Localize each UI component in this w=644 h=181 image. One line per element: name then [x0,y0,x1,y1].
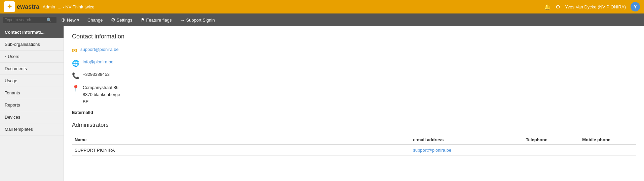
sidebar-item-label: Sub-organisations [5,42,40,47]
bell-icon[interactable]: 🔔 [544,4,551,10]
main-layout: Contact informati... Sub-organisations ›… [0,26,644,181]
sidebar-item-label: Reports [5,102,20,108]
search-input[interactable] [5,18,45,22]
sidebar-item-tenants[interactable]: Tenants [0,87,64,99]
contact-email[interactable]: support@pionira.be [80,47,119,52]
change-button[interactable]: Change [84,16,106,24]
location-icon: 📍 [72,85,79,92]
admin-telephone [523,145,580,156]
sidebar-item-label: Documents [5,66,27,71]
contact-phone-item: 📞 +3293388453 [72,72,636,80]
settings-icon: ⚙ [111,17,115,23]
sidebar-item-label: Usage [5,78,17,83]
breadcrumb-org: NV Think twice [65,4,94,9]
sidebar-item-documents[interactable]: Documents [0,63,64,75]
user-name: Yves Van Dycke (NV PIONIRA) [565,4,626,9]
search-box: 🔍 [3,17,56,23]
sidebar: Contact informati... Sub-organisations ›… [0,26,64,181]
administrators-table: Name e-mail address Telephone Mobile pho… [72,135,636,156]
feature-flags-icon: ⚑ [141,17,145,23]
new-icon: ⊕ [61,17,66,23]
toolbar: 🔍 ⊕ New ▾ Change ⚙ Settings ⚑ Feature fl… [0,13,644,26]
top-header: ✦ ewastra Admin ... › NV Think twice 🔔 ⚙… [0,0,644,13]
admin-mobile [579,145,636,156]
logo-area: ✦ ewastra [4,1,39,12]
administrators-title: Administrators [72,122,636,130]
page-title: Contact information [72,33,636,40]
contact-email-item: ✉ support@pionira.be [72,47,636,55]
breadcrumb-admin: Admin [43,4,55,9]
dropdown-icon: ▾ [77,18,79,23]
contact-phone: +3293388453 [83,72,110,77]
admin-name: SUPPORT PIONIRA [72,145,410,156]
breadcrumb-sep1: ... › [56,4,64,9]
address-line1: Companystraat 86 [83,84,120,91]
table-header-row: Name e-mail address Telephone Mobile pho… [72,135,636,145]
search-icon[interactable]: 🔍 [46,18,52,23]
new-label: New [67,18,76,23]
table-row: SUPPORT PIONIRA support@pionira.be [72,145,636,156]
col-telephone-header: Telephone [523,135,580,145]
sidebar-item-mail-templates[interactable]: Mail templates [0,123,64,135]
col-email-header: e-mail address [410,135,523,145]
settings-button[interactable]: ⚙ Settings [108,16,136,24]
support-signin-button[interactable]: → Support Signin [176,16,218,24]
settings-label: Settings [117,18,132,23]
support-signin-label: Support Signin [186,18,215,23]
contact-address: Companystraat 86 8370 blankenberge BE [83,84,120,105]
new-button[interactable]: ⊕ New ▾ [58,16,83,24]
admin-email: support@pionira.be [410,145,523,156]
logo-icon: ✦ [4,1,15,12]
support-signin-icon: → [180,17,185,23]
gear-icon[interactable]: ⚙ [556,4,560,10]
brand-name: ewastra [17,3,39,10]
change-label: Change [87,18,103,23]
sidebar-item-label: Tenants [5,90,20,95]
col-name-header: Name [72,135,410,145]
sidebar-item-label: Devices [5,115,20,120]
email-icon: ✉ [72,47,77,55]
contact-address-item: 📍 Companystraat 86 8370 blankenberge BE [72,84,636,105]
sidebar-item-users[interactable]: › Users [0,51,64,63]
breadcrumb: Admin ... › NV Think twice [43,4,94,9]
contact-website-item: 🌐 info@pionira.be [72,59,636,67]
avatar[interactable]: Y [631,2,640,11]
sidebar-item-reports[interactable]: Reports [0,99,64,111]
admin-email-link[interactable]: support@pionira.be [413,148,451,153]
sidebar-item-sub-organisations[interactable]: Sub-organisations [0,38,64,51]
header-right: 🔔 ⚙ Yves Van Dycke (NV PIONIRA) Y [544,2,640,11]
sidebar-item-label: Contact informati... [5,30,44,35]
external-id-label: ExternalId [72,110,636,115]
sidebar-item-usage[interactable]: Usage [0,75,64,87]
address-line3: BE [83,98,120,105]
sidebar-item-label: Mail templates [5,127,33,132]
contact-website[interactable]: info@pionira.be [83,59,113,64]
sidebar-item-contact[interactable]: Contact informati... [0,26,64,38]
col-mobile-header: Mobile phone [579,135,636,145]
globe-icon: 🌐 [72,60,79,67]
sidebar-item-devices[interactable]: Devices [0,111,64,123]
address-line2: 8370 blankenberge [83,91,120,98]
content-area: Contact information ✉ support@pionira.be… [64,26,644,181]
feature-flags-button[interactable]: ⚑ Feature flags [137,16,175,24]
phone-icon: 📞 [72,72,79,80]
chevron-icon: › [5,55,6,58]
feature-flags-label: Feature flags [146,18,172,23]
sidebar-item-label: Users [8,54,19,59]
